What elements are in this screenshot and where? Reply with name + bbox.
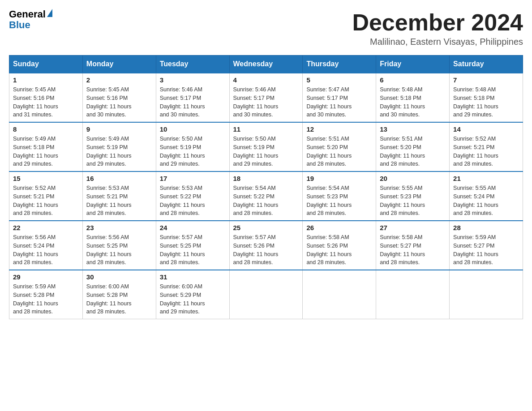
day-info: Sunrise: 5:46 AMSunset: 5:17 PMDaylight:… [233,86,299,119]
day-number: 18 [233,175,299,182]
day-cell-7: 7Sunrise: 5:48 AMSunset: 5:18 PMDaylight… [450,73,523,122]
day-info: Sunrise: 5:52 AMSunset: 5:21 PMDaylight:… [453,135,519,168]
week-row-2: 8Sunrise: 5:49 AMSunset: 5:18 PMDaylight… [9,122,523,171]
day-cell-6: 6Sunrise: 5:48 AMSunset: 5:18 PMDaylight… [376,73,450,122]
logo-general-word: General [9,9,46,20]
day-cell-16: 16Sunrise: 5:53 AMSunset: 5:21 PMDayligh… [82,171,156,221]
day-info: Sunrise: 6:00 AMSunset: 5:29 PMDaylight:… [160,283,226,316]
day-cell-11: 11Sunrise: 5:50 AMSunset: 5:19 PMDayligh… [229,122,303,171]
day-info: Sunrise: 5:49 AMSunset: 5:19 PMDaylight:… [86,135,152,168]
day-number: 28 [453,224,519,231]
day-number: 19 [306,175,372,182]
day-number: 6 [380,76,446,84]
day-info: Sunrise: 5:51 AMSunset: 5:20 PMDaylight:… [306,135,372,168]
empty-cell [450,270,523,319]
day-number: 4 [233,76,299,84]
day-info: Sunrise: 5:56 AMSunset: 5:25 PMDaylight:… [86,233,152,267]
day-cell-4: 4Sunrise: 5:46 AMSunset: 5:17 PMDaylight… [229,73,303,122]
week-row-4: 22Sunrise: 5:56 AMSunset: 5:24 PMDayligh… [9,221,523,270]
day-number: 22 [13,224,79,231]
day-cell-1: 1Sunrise: 5:45 AMSunset: 5:16 PMDaylight… [9,73,83,122]
day-number: 1 [13,76,79,84]
day-info: Sunrise: 5:50 AMSunset: 5:19 PMDaylight:… [160,135,226,168]
logo-blue-text: Blue [9,20,52,30]
day-number: 16 [86,175,152,182]
empty-cell [229,270,303,319]
weekday-header-wednesday: Wednesday [229,56,303,73]
day-number: 8 [13,125,79,133]
day-number: 29 [13,273,79,281]
week-row-1: 1Sunrise: 5:45 AMSunset: 5:16 PMDaylight… [9,73,523,122]
week-row-5: 29Sunrise: 5:59 AMSunset: 5:28 PMDayligh… [9,270,523,319]
weekday-header-friday: Friday [376,56,450,73]
calendar-header-row: SundayMondayTuesdayWednesdayThursdayFrid… [9,56,523,73]
day-cell-24: 24Sunrise: 5:57 AMSunset: 5:25 PMDayligh… [156,221,229,270]
day-number: 17 [160,175,226,182]
day-info: Sunrise: 5:54 AMSunset: 5:22 PMDaylight:… [233,184,299,218]
day-number: 13 [380,125,446,133]
day-cell-22: 22Sunrise: 5:56 AMSunset: 5:24 PMDayligh… [9,221,83,270]
day-number: 20 [380,175,446,182]
day-cell-20: 20Sunrise: 5:55 AMSunset: 5:23 PMDayligh… [376,171,450,221]
day-info: Sunrise: 5:55 AMSunset: 5:24 PMDaylight:… [453,184,519,218]
day-cell-5: 5Sunrise: 5:47 AMSunset: 5:17 PMDaylight… [303,73,376,122]
day-cell-9: 9Sunrise: 5:49 AMSunset: 5:19 PMDaylight… [82,122,156,171]
week-row-3: 15Sunrise: 5:52 AMSunset: 5:21 PMDayligh… [9,171,523,221]
day-cell-29: 29Sunrise: 5:59 AMSunset: 5:28 PMDayligh… [9,270,83,319]
logo-general-text: General [9,9,52,20]
day-cell-10: 10Sunrise: 5:50 AMSunset: 5:19 PMDayligh… [156,122,229,171]
day-info: Sunrise: 5:47 AMSunset: 5:17 PMDaylight:… [306,86,372,119]
day-number: 5 [306,76,372,84]
day-number: 23 [86,224,152,231]
day-cell-14: 14Sunrise: 5:52 AMSunset: 5:21 PMDayligh… [450,122,523,171]
day-number: 24 [160,224,226,231]
day-info: Sunrise: 5:57 AMSunset: 5:25 PMDaylight:… [160,233,226,267]
day-number: 21 [453,175,519,182]
day-number: 14 [453,125,519,133]
empty-cell [303,270,376,319]
day-number: 25 [233,224,299,231]
day-cell-27: 27Sunrise: 5:58 AMSunset: 5:27 PMDayligh… [376,221,450,270]
empty-cell [376,270,450,319]
day-cell-3: 3Sunrise: 5:46 AMSunset: 5:17 PMDaylight… [156,73,229,122]
day-info: Sunrise: 5:56 AMSunset: 5:24 PMDaylight:… [13,233,79,267]
day-cell-15: 15Sunrise: 5:52 AMSunset: 5:21 PMDayligh… [9,171,83,221]
logo-text: General Blue [9,9,52,30]
weekday-header-tuesday: Tuesday [156,56,229,73]
day-info: Sunrise: 5:50 AMSunset: 5:19 PMDaylight:… [233,135,299,168]
day-info: Sunrise: 5:52 AMSunset: 5:21 PMDaylight:… [13,184,79,218]
weekday-header-saturday: Saturday [450,56,523,73]
day-info: Sunrise: 5:45 AMSunset: 5:16 PMDaylight:… [13,86,79,119]
day-info: Sunrise: 5:53 AMSunset: 5:22 PMDaylight:… [160,184,226,218]
day-info: Sunrise: 5:59 AMSunset: 5:27 PMDaylight:… [453,233,519,267]
day-cell-21: 21Sunrise: 5:55 AMSunset: 5:24 PMDayligh… [450,171,523,221]
logo: General Blue [9,9,52,30]
day-info: Sunrise: 5:57 AMSunset: 5:26 PMDaylight:… [233,233,299,267]
logo-triangle [47,9,52,17]
day-number: 3 [160,76,226,84]
day-info: Sunrise: 5:54 AMSunset: 5:23 PMDaylight:… [306,184,372,218]
month-title: December 2024 [352,9,523,36]
day-info: Sunrise: 5:53 AMSunset: 5:21 PMDaylight:… [86,184,152,218]
day-info: Sunrise: 5:45 AMSunset: 5:16 PMDaylight:… [86,86,152,119]
day-cell-2: 2Sunrise: 5:45 AMSunset: 5:16 PMDaylight… [82,73,156,122]
location-text: Malilinao, Eastern Visayas, Philippines [352,37,523,47]
day-number: 31 [160,273,226,281]
day-cell-18: 18Sunrise: 5:54 AMSunset: 5:22 PMDayligh… [229,171,303,221]
day-cell-28: 28Sunrise: 5:59 AMSunset: 5:27 PMDayligh… [450,221,523,270]
day-cell-19: 19Sunrise: 5:54 AMSunset: 5:23 PMDayligh… [303,171,376,221]
day-info: Sunrise: 5:48 AMSunset: 5:18 PMDaylight:… [453,86,519,119]
day-cell-30: 30Sunrise: 6:00 AMSunset: 5:28 PMDayligh… [82,270,156,319]
day-number: 26 [306,224,372,231]
day-info: Sunrise: 6:00 AMSunset: 5:28 PMDaylight:… [86,283,152,316]
day-cell-8: 8Sunrise: 5:49 AMSunset: 5:18 PMDaylight… [9,122,83,171]
day-number: 27 [380,224,446,231]
title-block: December 2024 Malilinao, Eastern Visayas… [352,9,523,47]
weekday-header-monday: Monday [82,56,156,73]
day-number: 2 [86,76,152,84]
day-number: 9 [86,125,152,133]
day-info: Sunrise: 5:58 AMSunset: 5:27 PMDaylight:… [380,233,446,267]
day-cell-25: 25Sunrise: 5:57 AMSunset: 5:26 PMDayligh… [229,221,303,270]
weekday-header-thursday: Thursday [303,56,376,73]
day-number: 12 [306,125,372,133]
